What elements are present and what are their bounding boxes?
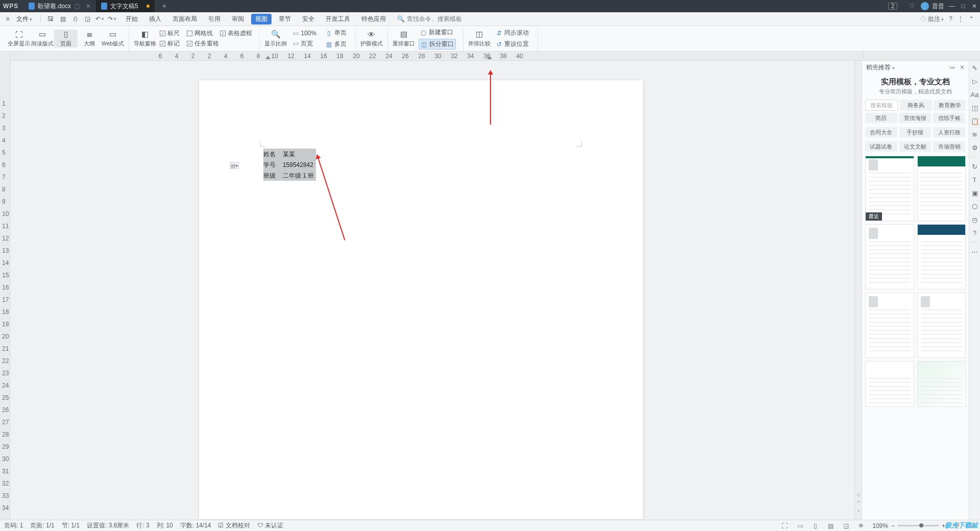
preview-icon[interactable]: ◲	[83, 14, 92, 23]
collapse-ribbon-icon[interactable]: ⌃	[969, 15, 974, 22]
template-search[interactable]: 搜索模版	[865, 100, 898, 111]
status-auth[interactable]: 🛡 未认证	[257, 521, 283, 530]
status-page[interactable]: 页面: 1/1	[30, 521, 54, 530]
save-icon[interactable]: 🖫	[46, 14, 55, 23]
select-icon[interactable]: ▷	[971, 77, 979, 85]
single-page-button[interactable]: ▯单页	[324, 28, 348, 38]
eye-care-button[interactable]: 👁护眼模式	[360, 30, 383, 47]
doc-tab-0[interactable]: 盼望着.docx ▢ ✕	[23, 0, 96, 12]
status-proof[interactable]: ☑ 文档校对	[218, 521, 250, 530]
undo-button[interactable]: ↶	[95, 14, 104, 23]
template-item[interactable]	[917, 156, 966, 221]
split-window-button[interactable]: ◫拆分窗口	[419, 39, 456, 50]
user-menu[interactable]: 普普	[921, 2, 944, 11]
view1-icon[interactable]: ⛶	[780, 522, 789, 529]
taskpane-checkbox[interactable]	[187, 41, 192, 46]
status-words[interactable]: 字数: 14/14	[180, 521, 211, 530]
tab-special[interactable]: 特色应用	[357, 14, 390, 25]
category-chip[interactable]: 试题试卷	[865, 141, 897, 152]
scrollbar[interactable]: ○ ˄ ˅	[854, 61, 862, 520]
text-icon[interactable]: T	[971, 176, 979, 184]
settings-icon[interactable]: ⚙	[971, 143, 979, 152]
new-tab-button[interactable]: ＋	[155, 2, 174, 11]
help2-icon[interactable]: ?	[971, 229, 979, 237]
nav-down-icon[interactable]: ˅	[857, 510, 860, 517]
template-item[interactable]	[865, 293, 914, 358]
tab-insert[interactable]: 插入	[145, 14, 165, 25]
zoom-slider[interactable]	[898, 525, 939, 526]
pane-title[interactable]: 稻壳推荐	[866, 63, 895, 72]
selected-text[interactable]: 姓名 某某 学号 159542842 班级 二年级 1 班	[263, 149, 316, 181]
zoom-100-button[interactable]: ▭100%	[290, 29, 318, 37]
style-icon[interactable]: Aa	[971, 90, 979, 99]
ruler-vertical[interactable]: 1234567891011121314151617181920212223242…	[0, 61, 10, 520]
category-chip[interactable]: 信纸手账	[933, 113, 965, 123]
page-width-button[interactable]: ▭页宽	[290, 39, 318, 49]
ruler-checkbox[interactable]	[160, 31, 165, 36]
gridlines-checkbox[interactable]	[187, 31, 192, 36]
hamburger-icon[interactable]: ≡	[3, 14, 12, 23]
cloud-icon[interactable]: ⬡	[971, 202, 979, 210]
reading-view-button[interactable]: ▭阅读版式	[31, 30, 54, 47]
rearrange-button[interactable]: ▤重排窗口	[392, 30, 415, 47]
file-menu[interactable]: 文件	[16, 15, 32, 23]
tab-view[interactable]: 视图	[251, 14, 272, 25]
template-item[interactable]	[917, 293, 966, 358]
status-pageno[interactable]: 页码: 1	[4, 521, 23, 530]
chip-business[interactable]: 商务风	[900, 100, 932, 111]
category-chip[interactable]: 论文文献	[899, 141, 932, 152]
maximize-button[interactable]: □	[958, 3, 969, 10]
pane-settings-icon[interactable]: ≔	[949, 64, 955, 71]
tab-references[interactable]: 引用	[204, 14, 225, 25]
minimize-button[interactable]: —	[946, 3, 958, 10]
outline-view-button[interactable]: ≣大纲	[78, 30, 101, 47]
category-chip[interactable]: 人资行政	[933, 127, 965, 137]
template-item[interactable]	[865, 361, 914, 407]
zoom-button[interactable]: 🔍显示比例	[264, 30, 287, 47]
globe-icon[interactable]: ◷	[971, 215, 979, 224]
tab-developer[interactable]: 开发工具	[322, 14, 354, 25]
nav-pane-button[interactable]: ◧导航窗格	[133, 30, 157, 47]
layers-icon[interactable]: ≋	[971, 130, 979, 138]
view5-icon[interactable]: ◲	[842, 522, 850, 529]
view3-icon[interactable]: ▯	[811, 522, 819, 529]
view4-icon[interactable]: ▤	[826, 522, 835, 529]
template-item[interactable]	[917, 361, 966, 407]
shape-icon[interactable]: ◫	[971, 104, 979, 112]
category-chip[interactable]: 简历	[865, 113, 897, 123]
tab-close-icon[interactable]: ✕	[86, 3, 91, 10]
multi-page-button[interactable]: ▥多页	[324, 39, 348, 49]
more-icon[interactable]: ⋮	[958, 15, 964, 22]
close-button[interactable]: ✕	[969, 3, 980, 10]
canvas[interactable]: ▤▾ 姓名 某某 学号 159542842 班级 二年级 1 班	[10, 61, 854, 520]
category-chip[interactable]: 合同大全	[865, 127, 897, 137]
reload-icon[interactable]: ↻	[971, 162, 979, 171]
tab-sections[interactable]: 章节	[275, 14, 295, 25]
annotate-button[interactable]: ◇ 批注	[920, 15, 944, 23]
template-item[interactable]: 最近	[865, 156, 914, 221]
template-item[interactable]	[917, 224, 966, 289]
edit-icon[interactable]: ✎	[971, 64, 979, 72]
vip-icon[interactable]: ♡	[908, 3, 916, 10]
zoom-out-icon[interactable]: −	[891, 522, 895, 529]
nav-up-icon[interactable]: ˄	[857, 500, 860, 508]
image-icon[interactable]: ▣	[971, 189, 979, 197]
nav-circle-icon[interactable]: ○	[856, 491, 860, 498]
ruler-horizontal[interactable]: 642246810121416182022242628303234363840	[10, 52, 863, 60]
tab-security[interactable]: 安全	[298, 14, 318, 25]
side-by-side-button[interactable]: ◫并排比较	[468, 30, 491, 47]
view6-icon[interactable]: 👁	[857, 522, 865, 529]
help-icon[interactable]: ?	[949, 15, 952, 22]
tab-layout[interactable]: 页面布局	[168, 14, 201, 25]
redo-button[interactable]: ↷	[107, 14, 116, 23]
paragraph-handle[interactable]: ▤▾	[230, 162, 239, 169]
tab-review[interactable]: 审阅	[228, 14, 248, 25]
web-view-button[interactable]: ▭Web版式	[101, 30, 125, 47]
zoom-control[interactable]: 109% − +	[872, 522, 945, 529]
template-item[interactable]	[865, 224, 914, 289]
doc-tab-1[interactable]: 文字文稿5	[96, 0, 155, 12]
tablegrid-checkbox[interactable]	[220, 31, 226, 36]
clipboard-icon[interactable]: 📋	[971, 117, 979, 125]
new-window-button[interactable]: ▢新建窗口	[419, 28, 456, 37]
markup-checkbox[interactable]	[160, 41, 165, 46]
